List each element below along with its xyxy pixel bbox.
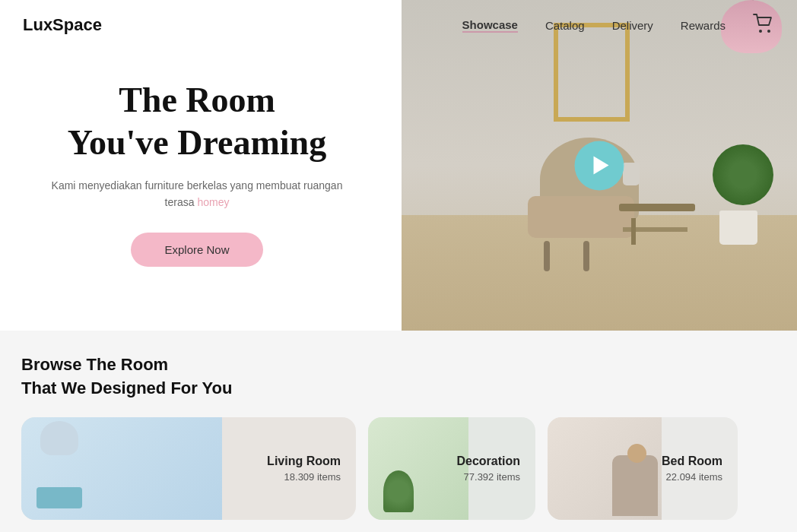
plant-leaves bbox=[713, 144, 773, 205]
category-card-decoration[interactable]: Decoration 77.392 items bbox=[368, 417, 535, 520]
decoration-count: 77.392 items bbox=[456, 471, 520, 483]
living-room-info: Living Room 18.309 items bbox=[267, 454, 341, 483]
thumb-person-head bbox=[627, 444, 646, 463]
chair-leg-left bbox=[544, 241, 550, 271]
decoration-bg bbox=[368, 417, 468, 520]
explore-now-button[interactable]: Explore Now bbox=[131, 233, 262, 267]
chair-seat bbox=[528, 196, 634, 238]
subtitle-highlight: homey bbox=[197, 196, 229, 208]
chair-leg-right bbox=[583, 241, 589, 271]
bedroom-info: Bed Room 22.094 items bbox=[662, 454, 722, 483]
thumb-lamp bbox=[40, 421, 78, 455]
thumb-person-body bbox=[612, 455, 658, 516]
svg-point-0 bbox=[759, 30, 762, 33]
browse-title: Browse The Room That We Designed For You bbox=[21, 353, 776, 401]
category-card-bedroom[interactable]: Bed Room 22.094 items bbox=[548, 417, 738, 520]
bedroom-thumbnail bbox=[548, 417, 662, 520]
living-room-count: 18.309 items bbox=[267, 471, 341, 483]
nav-rewards[interactable]: Rewards bbox=[681, 19, 726, 32]
living-room-bg bbox=[21, 417, 222, 520]
svg-point-1 bbox=[767, 30, 770, 33]
bedroom-count: 22.094 items bbox=[662, 471, 722, 483]
decoration-info: Decoration 77.392 items bbox=[456, 454, 520, 483]
play-button[interactable] bbox=[575, 141, 624, 190]
category-grid: Living Room 18.309 items Decoration 77.3… bbox=[21, 417, 776, 520]
hero-subtitle: Kami menyediakan furniture berkelas yang… bbox=[38, 177, 356, 211]
living-room-thumbnail bbox=[21, 417, 222, 520]
plant-pot bbox=[719, 211, 757, 245]
nav-catalog[interactable]: Catalog bbox=[545, 19, 585, 32]
nav-delivery[interactable]: Delivery bbox=[612, 19, 653, 32]
bedroom-name: Bed Room bbox=[662, 454, 722, 468]
thumb-table bbox=[37, 487, 82, 508]
browse-section: Browse The Room That We Designed For You… bbox=[0, 331, 797, 532]
nav-showcase[interactable]: Showcase bbox=[462, 18, 518, 33]
bedroom-bg bbox=[548, 417, 662, 520]
hero-left: LuxSpace The Room You've Dreaming Kami m… bbox=[0, 0, 402, 331]
side-table-leg bbox=[631, 218, 636, 245]
decoration-thumbnail bbox=[368, 417, 468, 520]
decoration-name: Decoration bbox=[456, 454, 520, 468]
side-table-top bbox=[619, 204, 695, 211]
living-room-name: Living Room bbox=[267, 454, 341, 468]
vase bbox=[623, 163, 640, 185]
hero-title: The Room You've Dreaming bbox=[38, 79, 356, 163]
cart-icon[interactable] bbox=[753, 14, 774, 36]
play-triangle-icon bbox=[594, 157, 609, 175]
thumb-plant bbox=[383, 470, 414, 512]
brand-logo[interactable]: LuxSpace bbox=[23, 15, 102, 35]
category-card-living-room[interactable]: Living Room 18.309 items bbox=[21, 417, 356, 520]
navbar: Showcase Catalog Delivery Rewards bbox=[402, 0, 797, 50]
